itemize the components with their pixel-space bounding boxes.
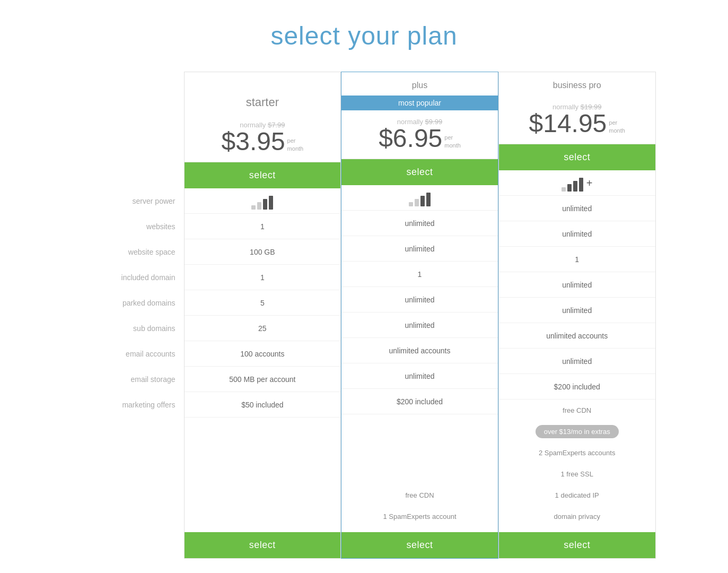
biz-price-box: normally $19.99 $14.95 permonth <box>499 96 655 144</box>
starter-sub-domains: 25 <box>185 316 341 341</box>
bar-4 <box>269 196 273 210</box>
bar-2 <box>415 199 419 206</box>
plus-price-box: normally $9.99 $6.95 permonth <box>341 110 498 159</box>
biz-select-btn-bottom[interactable]: select <box>499 532 655 558</box>
plan-starter: starter normally $7.99 $3.95 permonth se… <box>184 72 341 559</box>
bar-4 <box>579 178 583 192</box>
starter-header: starter <box>185 72 341 114</box>
plus-websites: unlimited <box>341 211 498 236</box>
starter-server-power <box>185 188 341 214</box>
starter-parked-domains: 5 <box>185 290 341 316</box>
starter-price: $3.95 <box>221 129 285 154</box>
starter-footer: select <box>185 484 341 558</box>
plus-email-accounts: unlimited accounts <box>341 338 498 363</box>
plus-rows: unlimited unlimited 1 unlimited unlimite… <box>341 185 498 484</box>
starter-websites: 1 <box>185 214 341 239</box>
page-title: select your plan <box>270 21 457 50</box>
starter-marketing-offers: $50 included <box>185 392 341 418</box>
biz-signal: + <box>562 175 593 192</box>
bar-2 <box>567 184 572 192</box>
bar-3 <box>573 181 577 192</box>
plus-select-btn-bottom[interactable]: select <box>341 532 498 558</box>
biz-extras: free CDN over $13/mo in extras 2 SpamExp… <box>499 400 655 527</box>
biz-website-space: unlimited <box>499 221 655 247</box>
plus-signal <box>409 189 431 206</box>
plan-plus: plus most popular normally $9.99 $6.95 p… <box>341 72 498 559</box>
plus-popular-badge: most popular <box>341 96 498 110</box>
plan-business-pro: business pro normally $19.99 $14.95 perm… <box>498 72 656 559</box>
label-parked-domains: parked domains <box>73 290 184 316</box>
label-server-power: server power <box>73 188 184 214</box>
label-included-domain: included domain <box>73 265 184 290</box>
plus-server-power <box>341 185 498 211</box>
bar-1 <box>562 187 566 192</box>
biz-sub-domains: unlimited <box>499 298 655 323</box>
plus-price: $6.95 <box>379 126 442 151</box>
starter-email-storage: 500 MB per account <box>185 367 341 392</box>
biz-footer: select <box>499 527 655 558</box>
plus-price-main: $6.95 permonth <box>347 126 493 151</box>
plus-per: permonth <box>444 134 461 149</box>
biz-price-main: $14.95 permonth <box>504 111 650 136</box>
bar-3 <box>420 196 425 206</box>
bar-4 <box>426 193 431 206</box>
biz-select-btn[interactable]: select <box>499 144 655 170</box>
biz-plus-sign: + <box>586 177 593 189</box>
biz-extra-5: domain privacy <box>499 506 655 527</box>
plus-website-space: unlimited <box>341 236 498 262</box>
biz-rows: + unlimited unlimited 1 unlimited unlimi… <box>499 170 655 400</box>
biz-websites: unlimited <box>499 196 655 221</box>
bar-3 <box>263 199 267 210</box>
biz-included-domain: 1 <box>499 247 655 272</box>
biz-per: permonth <box>609 119 625 134</box>
starter-website-space: 100 GB <box>185 239 341 265</box>
plus-label-above: plus <box>348 81 492 93</box>
biz-header: business pro <box>499 72 655 96</box>
plus-extras: free CDN 1 SpamExperts account <box>341 484 498 527</box>
label-sub-domains: sub domains <box>73 316 184 341</box>
plans-wrapper: server power websites website space incl… <box>73 72 656 559</box>
biz-price: $14.95 <box>529 111 607 136</box>
plus-marketing-offers: $200 included <box>341 389 498 414</box>
biz-label-above: business pro <box>505 81 649 93</box>
biz-email-accounts: unlimited accounts <box>499 323 655 349</box>
starter-name: starter <box>191 96 335 109</box>
starter-select-btn-bottom[interactable]: select <box>185 532 341 558</box>
label-marketing-offers: marketing offers <box>73 392 184 418</box>
plus-email-storage: unlimited <box>341 363 498 389</box>
plus-included-domain: 1 <box>341 262 498 287</box>
biz-server-power: + <box>499 170 655 196</box>
starter-label-above <box>191 81 335 93</box>
biz-extra-4: 1 dedicated IP <box>499 484 655 506</box>
starter-price-main: $3.95 permonth <box>190 129 336 154</box>
starter-signal <box>251 193 273 210</box>
plus-parked-domains: unlimited <box>341 287 498 312</box>
plus-sub-domains: unlimited <box>341 312 498 338</box>
bar-1 <box>409 202 413 206</box>
plus-extra-1: 1 SpamExperts account <box>341 506 498 527</box>
plans-columns: starter normally $7.99 $3.95 permonth se… <box>184 72 656 559</box>
plus-extra-0: free CDN <box>341 484 498 506</box>
biz-extra-3: 1 free SSL <box>499 463 655 484</box>
starter-included-domain: 1 <box>185 265 341 290</box>
biz-extra-badge-row: over $13/mo in extras <box>499 421 655 442</box>
bar-1 <box>251 205 256 210</box>
label-website-space: website space <box>73 239 184 265</box>
biz-extra-0: free CDN <box>499 400 655 421</box>
biz-parked-domains: unlimited <box>499 272 655 298</box>
starter-price-box: normally $7.99 $3.95 permonth <box>185 114 341 162</box>
label-email-storage: email storage <box>73 367 184 392</box>
labels-column: server power websites website space incl… <box>73 72 184 418</box>
starter-select-btn[interactable]: select <box>185 162 341 188</box>
label-email-accounts: email accounts <box>73 341 184 367</box>
starter-rows: 1 100 GB 1 5 25 100 accounts 500 MB per … <box>185 188 341 484</box>
starter-email-accounts: 100 accounts <box>185 341 341 367</box>
biz-extra-2: 2 SpamExperts accounts <box>499 442 655 463</box>
biz-email-storage: unlimited <box>499 349 655 374</box>
plus-header: plus <box>341 72 498 96</box>
biz-marketing-offers: $200 included <box>499 374 655 400</box>
biz-extras-badge: over $13/mo in extras <box>536 425 619 438</box>
plus-select-btn[interactable]: select <box>341 159 498 185</box>
label-websites: websites <box>73 214 184 239</box>
starter-per: permonth <box>287 137 304 152</box>
